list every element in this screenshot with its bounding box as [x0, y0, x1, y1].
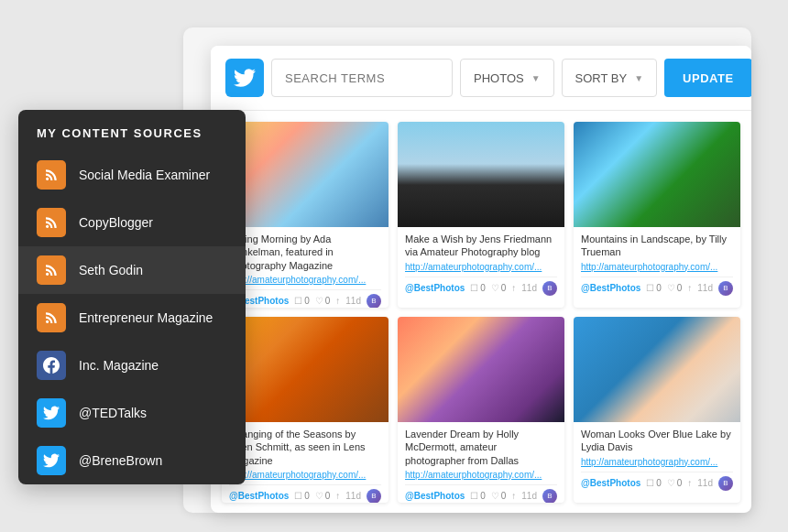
photos-chevron-icon: ▼ — [531, 73, 541, 83]
time-badge: 11d — [521, 283, 537, 293]
rss-icon — [37, 303, 66, 332]
search-input[interactable] — [271, 59, 453, 97]
photo-thumbnail — [398, 317, 564, 422]
like-number: 0 — [501, 491, 507, 501]
sidebar-item-label: Entrepreneur Magazine — [79, 310, 213, 325]
sortby-dropdown[interactable]: SORT BY ▼ — [562, 59, 658, 97]
share-icon: ↑ — [335, 296, 340, 306]
sidebar-item-copyblogger[interactable]: CopyBlogger — [18, 199, 246, 246]
photo-info: Make a Wish by Jens Friedmann via Amateu… — [398, 227, 564, 301]
update-button[interactable]: UPDATE — [664, 59, 751, 97]
share-icon: ↑ — [687, 283, 692, 293]
photo-card-dandelion[interactable]: Make a Wish by Jens Friedmann via Amateu… — [398, 122, 564, 308]
sortby-label: SORT BY — [575, 71, 628, 85]
sidebar-item-entrepreneur-magazine[interactable]: Entrepreneur Magazine — [18, 294, 246, 342]
photo-actions: ☐ 0 ♡ 0 ↑ 11d B — [470, 489, 557, 503]
photo-author: @BestPhotos — [581, 478, 640, 488]
like-count: ♡ 0 — [667, 283, 683, 293]
photo-card-spring[interactable]: Spring Morning by Ada Henkelman, feature… — [222, 122, 389, 308]
photo-info: Woman Looks Over Blue Lake by Lydia Davi… — [574, 422, 740, 496]
time-badge: 11d — [697, 478, 713, 488]
time-badge: 11d — [697, 283, 713, 293]
photo-meta: @BestPhotos ☐ 0 ♡ 0 ↑ 11d B — [581, 277, 733, 298]
comment-count: ☐ 0 — [470, 491, 486, 501]
photo-actions: ☐ 0 ♡ 0 ↑ 11d B — [646, 281, 733, 296]
photo-thumbnail — [574, 122, 740, 227]
comment-icon: ☐ — [294, 296, 302, 306]
photo-author: @BestPhotos — [229, 491, 289, 501]
share-icon: ↑ — [335, 491, 340, 501]
photo-card-mountains[interactable]: Mountains in Landscape, by Tilly Trueman… — [574, 122, 740, 308]
photo-info: Spring Morning by Ada Henkelman, feature… — [222, 227, 389, 308]
sidebar-item-social-media-examiner[interactable]: Social Media Examiner — [18, 151, 246, 199]
tw-icon — [37, 446, 66, 475]
photo-link[interactable]: http://amateurphotography.com/... — [581, 262, 733, 272]
photo-thumbnail — [222, 122, 389, 227]
photo-author: @BestPhotos — [581, 283, 640, 293]
time-badge: 11d — [345, 491, 361, 501]
rss-icon — [37, 255, 66, 285]
photo-author: @BestPhotos — [405, 491, 465, 501]
sidebar-item-label: Seth Godin — [79, 263, 143, 277]
share-icon: ↑ — [511, 491, 516, 501]
comment-icon: ☐ — [646, 478, 654, 488]
photo-link[interactable]: http://amateurphotography.com/... — [229, 470, 381, 480]
photo-link[interactable]: http://amateurphotography.com/... — [405, 262, 557, 272]
like-count: ♡ 0 — [315, 296, 331, 306]
avatar: B — [718, 476, 733, 491]
comment-count: ☐ 0 — [646, 283, 662, 293]
sortby-chevron-icon: ▼ — [634, 73, 643, 83]
photo-card-lake[interactable]: Woman Looks Over Blue Lake by Lydia Davi… — [574, 317, 740, 503]
photos-dropdown[interactable]: PHOTOS ▼ — [460, 59, 554, 97]
photo-link[interactable]: http://amateurphotography.com/... — [405, 470, 557, 480]
heart-icon: ♡ — [315, 296, 323, 306]
comment-number: 0 — [656, 478, 662, 488]
avatar: B — [718, 281, 733, 296]
photo-thumbnail — [222, 317, 389, 422]
sidebar-item-inc-magazine[interactable]: Inc. Magazine — [18, 342, 246, 389]
share-icon: ↑ — [511, 283, 516, 293]
comment-number: 0 — [304, 296, 310, 306]
heart-icon: ♡ — [315, 491, 323, 501]
photo-meta: @BestPhotos ☐ 0 ♡ 0 ↑ 11d B — [405, 277, 557, 298]
sidebar-item-tedtalks[interactable]: @TEDTalks — [18, 389, 246, 437]
photo-card-lavender[interactable]: Lavender Dream by Holly McDermott, amate… — [398, 317, 564, 503]
like-count: ♡ 0 — [667, 478, 683, 488]
comment-number: 0 — [304, 491, 310, 501]
avatar: B — [367, 489, 381, 503]
photo-card-seasons[interactable]: Changing of the Seasons by Eden Schmitt,… — [222, 317, 389, 503]
photo-title: Changing of the Seasons by Eden Schmitt,… — [229, 428, 381, 467]
heart-icon: ♡ — [667, 478, 675, 488]
toolbar: PHOTOS ▼ SORT BY ▼ UPDATE — [211, 46, 751, 111]
avatar: B — [367, 294, 381, 308]
heart-icon: ♡ — [667, 283, 675, 293]
comment-number: 0 — [656, 283, 662, 293]
twitter-logo-button[interactable] — [225, 59, 264, 97]
photo-author: @BestPhotos — [405, 283, 465, 293]
photo-thumbnail — [398, 122, 564, 227]
sidebar-item-label: @BreneBrown — [79, 453, 162, 468]
photo-info: Changing of the Seasons by Eden Schmitt,… — [222, 422, 389, 503]
sidebar-item-label: Social Media Examiner — [79, 168, 210, 182]
comment-count: ☐ 0 — [646, 478, 662, 488]
photo-grid: Spring Morning by Ada Henkelman, feature… — [211, 111, 751, 513]
photo-link[interactable]: http://amateurphotography.com/... — [229, 275, 381, 285]
sidebar-item-brenebrown[interactable]: @BreneBrown — [18, 437, 246, 484]
photo-title: Woman Looks Over Blue Lake by Lydia Davi… — [581, 428, 733, 454]
comment-number: 0 — [480, 283, 486, 293]
photo-thumbnail — [574, 317, 740, 422]
like-number: 0 — [677, 283, 683, 293]
photo-meta: @BestPhotos ☐ 0 ♡ 0 ↑ 11d B — [405, 484, 557, 503]
sidebar-header: MY CONTENT SOURCES — [18, 110, 246, 151]
sidebar-item-seth-godin[interactable]: Seth Godin — [18, 246, 246, 294]
comment-count: ☐ 0 — [470, 283, 486, 293]
like-number: 0 — [501, 283, 507, 293]
like-count: ♡ 0 — [491, 283, 507, 293]
photo-link[interactable]: http://amateurphotography.com/... — [581, 457, 733, 467]
share-icon: ↑ — [687, 478, 692, 488]
sidebar-item-label: CopyBlogger — [79, 215, 153, 230]
heart-icon: ♡ — [491, 283, 499, 293]
like-number: 0 — [677, 478, 683, 488]
like-count: ♡ 0 — [491, 491, 507, 501]
avatar: B — [542, 281, 557, 296]
